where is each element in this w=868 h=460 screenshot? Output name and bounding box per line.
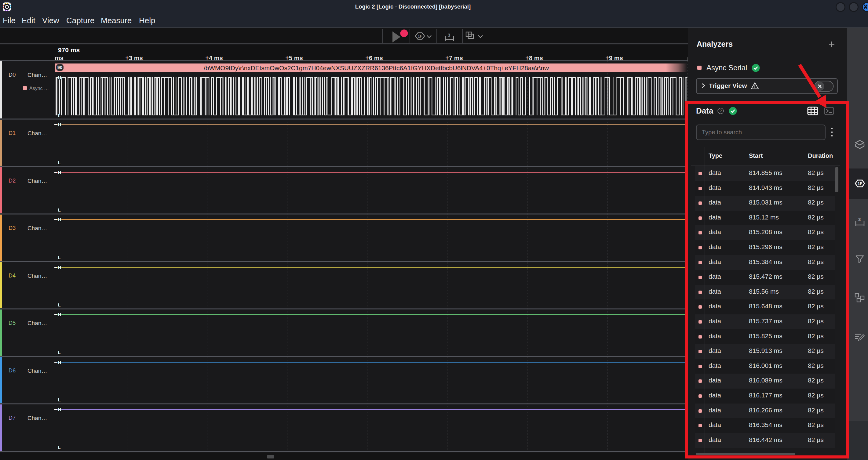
- svg-text:H: H: [58, 265, 61, 270]
- svg-text:L: L: [58, 113, 61, 118]
- svg-text:L: L: [58, 350, 61, 355]
- svg-text:H: H: [58, 75, 61, 80]
- svg-text:L: L: [58, 302, 61, 307]
- svg-text:1F: 1F: [858, 182, 862, 186]
- svg-text:H: H: [58, 170, 61, 175]
- svg-text:H: H: [58, 122, 61, 127]
- svg-text:L: L: [58, 445, 61, 450]
- svg-text:L: L: [58, 255, 61, 260]
- svg-text:L: L: [58, 160, 61, 165]
- svg-text:H: H: [58, 217, 61, 222]
- svg-text:H: H: [58, 312, 61, 317]
- svg-text:3: 3: [858, 217, 861, 222]
- svg-text:?: ?: [719, 109, 722, 113]
- svg-text:L: L: [58, 397, 61, 402]
- svg-text:H: H: [58, 407, 61, 412]
- svg-text:L: L: [58, 207, 61, 212]
- svg-text:H: H: [58, 360, 61, 365]
